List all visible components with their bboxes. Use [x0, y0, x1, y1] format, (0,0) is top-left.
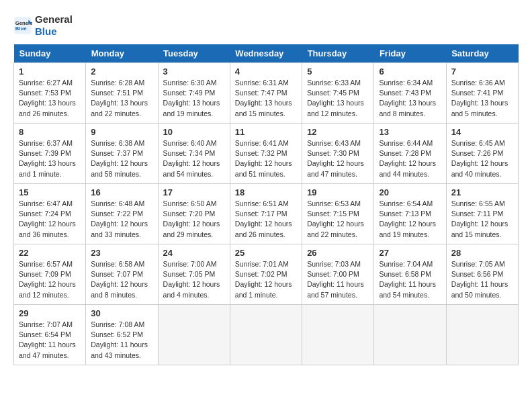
day-number: 13 — [379, 127, 441, 137]
calendar-cell: 12Sunrise: 6:43 AMSunset: 7:30 PMDayligh… — [302, 124, 374, 184]
day-detail: Sunrise: 6:53 AMSunset: 7:15 PMDaylight:… — [307, 199, 369, 240]
calendar-cell: 20Sunrise: 6:54 AMSunset: 7:13 PMDayligh… — [374, 184, 446, 244]
day-detail: Sunrise: 7:03 AMSunset: 7:00 PMDaylight:… — [307, 259, 369, 300]
day-detail: Sunrise: 6:37 AMSunset: 7:39 PMDaylight:… — [19, 138, 81, 179]
col-header-tuesday: Tuesday — [158, 44, 230, 63]
calendar-cell: 9Sunrise: 6:38 AMSunset: 7:37 PMDaylight… — [86, 124, 158, 184]
day-number: 10 — [163, 127, 225, 137]
calendar-cell: 21Sunrise: 6:55 AMSunset: 7:11 PMDayligh… — [446, 184, 518, 244]
day-number: 23 — [91, 248, 152, 258]
day-detail: Sunrise: 6:45 AMSunset: 7:26 PMDaylight:… — [451, 138, 513, 179]
column-headers: SundayMondayTuesdayWednesdayThursdayFrid… — [14, 44, 519, 63]
day-number: 24 — [163, 248, 225, 258]
day-detail: Sunrise: 6:31 AMSunset: 7:47 PMDaylight:… — [235, 78, 297, 119]
calendar-cell: 27Sunrise: 7:04 AMSunset: 6:58 PMDayligh… — [374, 244, 446, 305]
day-detail: Sunrise: 6:43 AMSunset: 7:30 PMDaylight:… — [307, 138, 369, 179]
calendar-row: 15Sunrise: 6:47 AMSunset: 7:24 PMDayligh… — [14, 184, 519, 244]
calendar-cell: 16Sunrise: 6:48 AMSunset: 7:22 PMDayligh… — [86, 184, 158, 244]
day-detail: Sunrise: 6:28 AMSunset: 7:51 PMDaylight:… — [91, 78, 152, 119]
page-header: General Blue General Blue — [13, 13, 519, 38]
calendar-cell — [446, 305, 518, 365]
day-detail: Sunrise: 7:05 AMSunset: 6:56 PMDaylight:… — [451, 259, 513, 300]
day-number: 6 — [379, 66, 441, 77]
calendar-cell: 13Sunrise: 6:44 AMSunset: 7:28 PMDayligh… — [374, 124, 446, 184]
calendar-cell — [230, 305, 302, 365]
day-number: 20 — [379, 187, 441, 197]
day-number: 27 — [379, 248, 441, 258]
col-header-saturday: Saturday — [446, 44, 518, 63]
day-number: 1 — [19, 66, 81, 77]
day-detail: Sunrise: 6:57 AMSunset: 7:09 PMDaylight:… — [19, 259, 81, 300]
calendar-row: 29Sunrise: 7:07 AMSunset: 6:54 PMDayligh… — [14, 305, 519, 365]
calendar-cell: 23Sunrise: 6:58 AMSunset: 7:07 PMDayligh… — [86, 244, 158, 305]
calendar-cell: 8Sunrise: 6:37 AMSunset: 7:39 PMDaylight… — [14, 124, 86, 184]
calendar-cell: 30Sunrise: 7:08 AMSunset: 6:52 PMDayligh… — [86, 305, 158, 365]
day-detail: Sunrise: 7:04 AMSunset: 6:58 PMDaylight:… — [379, 259, 441, 300]
calendar-cell: 25Sunrise: 7:01 AMSunset: 7:02 PMDayligh… — [230, 244, 302, 305]
calendar-table: SundayMondayTuesdayWednesdayThursdayFrid… — [13, 44, 519, 365]
day-detail: Sunrise: 6:47 AMSunset: 7:24 PMDaylight:… — [19, 199, 81, 240]
calendar-cell: 3Sunrise: 6:30 AMSunset: 7:49 PMDaylight… — [158, 63, 230, 124]
day-detail: Sunrise: 6:44 AMSunset: 7:28 PMDaylight:… — [379, 138, 441, 179]
calendar-cell: 6Sunrise: 6:34 AMSunset: 7:43 PMDaylight… — [374, 63, 446, 124]
day-detail: Sunrise: 7:07 AMSunset: 6:54 PMDaylight:… — [19, 320, 81, 361]
logo-icon: General Blue — [13, 16, 32, 35]
day-detail: Sunrise: 6:55 AMSunset: 7:11 PMDaylight:… — [451, 199, 513, 240]
calendar-row: 22Sunrise: 6:57 AMSunset: 7:09 PMDayligh… — [14, 244, 519, 305]
day-detail: Sunrise: 7:00 AMSunset: 7:05 PMDaylight:… — [163, 259, 225, 300]
day-detail: Sunrise: 6:27 AMSunset: 7:53 PMDaylight:… — [19, 78, 81, 119]
day-detail: Sunrise: 6:30 AMSunset: 7:49 PMDaylight:… — [163, 78, 225, 119]
day-number: 17 — [163, 187, 225, 197]
col-header-wednesday: Wednesday — [230, 44, 302, 63]
day-number: 28 — [451, 248, 513, 258]
day-detail: Sunrise: 6:33 AMSunset: 7:45 PMDaylight:… — [307, 78, 369, 119]
day-number: 5 — [307, 66, 369, 77]
calendar-row: 8Sunrise: 6:37 AMSunset: 7:39 PMDaylight… — [14, 124, 519, 184]
calendar-cell: 24Sunrise: 7:00 AMSunset: 7:05 PMDayligh… — [158, 244, 230, 305]
logo-text-line1: General — [35, 13, 73, 26]
day-number: 22 — [19, 248, 81, 258]
calendar-cell — [374, 305, 446, 365]
day-number: 3 — [163, 66, 225, 77]
day-detail: Sunrise: 6:40 AMSunset: 7:34 PMDaylight:… — [163, 138, 225, 179]
day-number: 29 — [19, 308, 81, 318]
calendar-cell: 2Sunrise: 6:28 AMSunset: 7:51 PMDaylight… — [86, 63, 158, 124]
col-header-monday: Monday — [86, 44, 158, 63]
day-number: 15 — [19, 187, 81, 197]
day-detail: Sunrise: 7:01 AMSunset: 7:02 PMDaylight:… — [235, 259, 297, 300]
calendar-cell: 17Sunrise: 6:50 AMSunset: 7:20 PMDayligh… — [158, 184, 230, 244]
col-header-friday: Friday — [374, 44, 446, 63]
day-detail: Sunrise: 6:41 AMSunset: 7:32 PMDaylight:… — [235, 138, 297, 179]
calendar-cell: 19Sunrise: 6:53 AMSunset: 7:15 PMDayligh… — [302, 184, 374, 244]
day-detail: Sunrise: 6:58 AMSunset: 7:07 PMDaylight:… — [91, 259, 152, 300]
day-number: 25 — [235, 248, 297, 258]
day-detail: Sunrise: 6:36 AMSunset: 7:41 PMDaylight:… — [451, 78, 513, 119]
calendar-cell: 29Sunrise: 7:07 AMSunset: 6:54 PMDayligh… — [14, 305, 86, 365]
day-detail: Sunrise: 6:51 AMSunset: 7:17 PMDaylight:… — [235, 199, 297, 240]
day-number: 16 — [91, 187, 152, 197]
calendar-cell: 15Sunrise: 6:47 AMSunset: 7:24 PMDayligh… — [14, 184, 86, 244]
svg-text:Blue: Blue — [15, 26, 27, 32]
logo: General Blue General Blue — [13, 13, 73, 38]
day-number: 11 — [235, 127, 297, 137]
col-header-sunday: Sunday — [14, 44, 86, 63]
calendar-cell: 5Sunrise: 6:33 AMSunset: 7:45 PMDaylight… — [302, 63, 374, 124]
day-number: 21 — [451, 187, 513, 197]
calendar-cell: 26Sunrise: 7:03 AMSunset: 7:00 PMDayligh… — [302, 244, 374, 305]
calendar-cell: 14Sunrise: 6:45 AMSunset: 7:26 PMDayligh… — [446, 124, 518, 184]
logo-text-line2: Blue — [35, 26, 73, 38]
day-detail: Sunrise: 6:54 AMSunset: 7:13 PMDaylight:… — [379, 199, 441, 240]
day-number: 26 — [307, 248, 369, 258]
day-number: 9 — [91, 127, 152, 137]
day-number: 30 — [91, 308, 152, 318]
day-detail: Sunrise: 6:48 AMSunset: 7:22 PMDaylight:… — [91, 199, 152, 240]
calendar-cell: 18Sunrise: 6:51 AMSunset: 7:17 PMDayligh… — [230, 184, 302, 244]
day-number: 19 — [307, 187, 369, 197]
calendar-cell: 7Sunrise: 6:36 AMSunset: 7:41 PMDaylight… — [446, 63, 518, 124]
calendar-cell — [158, 305, 230, 365]
day-detail: Sunrise: 6:34 AMSunset: 7:43 PMDaylight:… — [379, 78, 441, 119]
calendar-cell: 28Sunrise: 7:05 AMSunset: 6:56 PMDayligh… — [446, 244, 518, 305]
day-detail: Sunrise: 6:38 AMSunset: 7:37 PMDaylight:… — [91, 138, 152, 179]
calendar-cell: 10Sunrise: 6:40 AMSunset: 7:34 PMDayligh… — [158, 124, 230, 184]
day-detail: Sunrise: 6:50 AMSunset: 7:20 PMDaylight:… — [163, 199, 225, 240]
